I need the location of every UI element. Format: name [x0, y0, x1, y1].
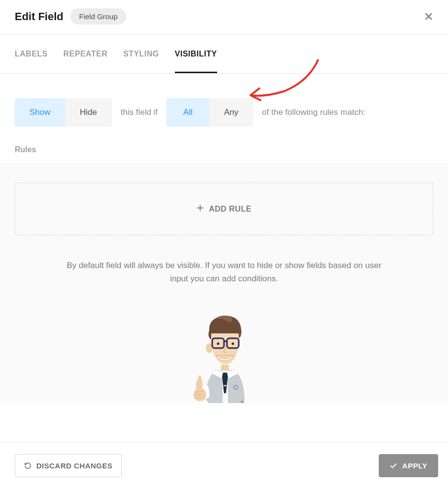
add-rule-label: ADD RULE	[209, 205, 252, 214]
dialog-footer: DISCARD CHANGES APPLY	[0, 442, 448, 489]
discard-label: DISCARD CHANGES	[36, 462, 112, 470]
svg-rect-11	[221, 365, 229, 371]
rules-label: Rules	[15, 145, 433, 154]
add-rule-button[interactable]: ADD RULE	[15, 183, 433, 235]
close-button[interactable]	[424, 10, 433, 23]
tab-visibility[interactable]: VISIBILITY	[175, 35, 217, 73]
field-type-badge: Field Group	[70, 8, 126, 25]
toggle-show[interactable]: Show	[15, 98, 65, 127]
show-hide-toggle: Show Hide	[15, 98, 112, 127]
condition-text-1: this field if	[121, 108, 158, 117]
undo-icon	[24, 462, 31, 469]
tab-styling[interactable]: STYLING	[123, 35, 159, 73]
svg-line-14	[241, 402, 244, 403]
apply-button[interactable]: APPLY	[379, 454, 438, 477]
discard-changes-button[interactable]: DISCARD CHANGES	[15, 454, 122, 477]
close-icon	[424, 12, 433, 21]
svg-rect-12	[224, 385, 226, 386]
check-icon	[390, 462, 397, 470]
apply-label: APPLY	[402, 462, 427, 470]
dialog-title: Edit Field	[15, 10, 63, 23]
svg-point-9	[232, 343, 234, 345]
rules-help-text: By default field will always be visible.…	[15, 235, 433, 300]
all-any-toggle: All Any	[167, 98, 253, 127]
condition-text-2: of the following rules match:	[262, 108, 365, 117]
tab-labels[interactable]: LABELS	[15, 35, 48, 73]
tab-repeater[interactable]: REPEATER	[63, 35, 108, 73]
mascot-illustration	[15, 300, 433, 403]
rules-panel: ADD RULE By default field will always be…	[0, 163, 448, 403]
visibility-panel: Show Hide this field if All Any of the f…	[0, 74, 448, 403]
rules-section: Rules ADD RULE By default field will alw…	[0, 145, 448, 403]
add-rule-content: ADD RULE	[196, 204, 252, 214]
dialog-header: Edit Field Field Group	[0, 0, 448, 35]
svg-point-8	[217, 343, 220, 345]
condition-row: Show Hide this field if All Any of the f…	[0, 74, 448, 145]
toggle-hide[interactable]: Hide	[65, 98, 112, 127]
toggle-all[interactable]: All	[167, 98, 209, 127]
toggle-any[interactable]: Any	[209, 98, 253, 127]
plus-icon	[196, 204, 204, 214]
tab-bar: LABELS REPEATER STYLING VISIBILITY	[0, 35, 448, 74]
